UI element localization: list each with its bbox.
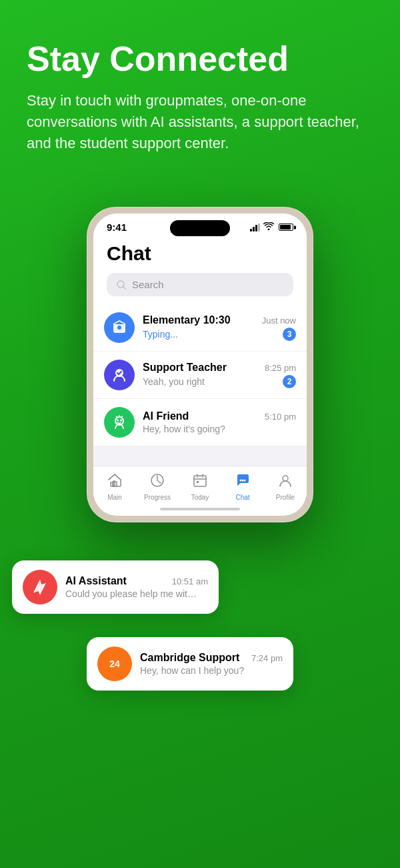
phone-screen: 9:41 [93,213,307,516]
floating-card-ai-assistant-preview: Could you please help me with essay s... [65,588,199,599]
svg-rect-8 [197,481,199,483]
chat-item-support-teacher[interactable]: Support Teacher 8:25 pm Yeah, you right … [93,352,307,399]
floating-card-cambridge-name: Cambridge Support [140,652,239,664]
avatar-elementary [104,312,135,343]
status-icons [250,222,293,232]
nav-item-progress[interactable]: Progress [137,473,177,501]
dynamic-island [170,220,230,236]
avatar-ai-assistant [23,570,57,604]
nav-label-profile: Profile [276,494,295,501]
floating-card-cambridge-support[interactable]: 24 Cambridge Support 7:24 pm Hey, how ca… [87,637,293,691]
status-time: 9:41 [107,222,127,233]
chat-preview-elementary: Typing... [143,329,178,340]
floating-card-ai-assistant[interactable]: AI Assistant 10:51 am Could you please h… [12,560,219,614]
chat-name-elementary: Elementary 10:30 [143,314,231,326]
chat-title: Chat [107,242,293,265]
home-indicator [93,504,307,516]
nav-label-main: Main [107,494,122,501]
chat-time-elementary: Just now [262,316,296,326]
search-input[interactable]: Search [107,273,293,296]
home-icon [107,473,122,492]
bottom-nav: Main Progress [93,466,307,504]
progress-icon [150,473,165,492]
floating-card-ai-assistant-time: 10:51 am [172,576,208,586]
avatar-support-teacher [104,360,135,390]
svg-point-11 [244,480,246,482]
chat-name-support-teacher: Support Teacher [143,362,227,374]
svg-point-9 [240,480,242,482]
header-section: Stay Connected Stay in touch with groupm… [0,0,400,174]
nav-label-today: Today [191,494,209,501]
chat-list: Elementary 10:30 Just now Typing... 3 [93,304,307,446]
search-bar-container: Search [93,273,307,304]
home-indicator-bar [160,508,240,510]
today-icon [193,473,207,492]
nav-item-profile[interactable]: Profile [265,473,305,501]
main-title: Stay Connected [27,40,373,78]
chat-name-ai-friend: AI Friend [143,410,189,422]
chat-item-elementary[interactable]: Elementary 10:30 Just now Typing... 3 [93,304,307,352]
chat-time-ai-friend: 5:10 pm [265,412,296,422]
chat-item-ai-friend[interactable]: AI Friend 5:10 pm Hey, how it's going? [93,399,307,446]
nav-label-progress: Progress [144,494,171,501]
floating-card-cambridge-time: 7:24 pm [251,653,283,663]
badge-support-teacher: 2 [283,375,296,388]
spacer [93,446,307,466]
profile-icon [278,473,293,492]
svg-point-10 [242,480,244,482]
badge-elementary: 3 [283,328,296,341]
floating-card-cambridge-preview: Hey, how can I help you? [140,665,244,676]
svg-point-1 [117,326,121,330]
chat-header: Chat [93,237,307,273]
avatar-cambridge-support: 24 [97,646,132,681]
battery-icon [279,224,293,231]
avatar-ai-friend [104,407,135,438]
chat-icon [235,473,250,492]
wifi-icon [263,222,274,232]
floating-card-ai-assistant-name: AI Assistant [65,575,127,587]
floating-card-cambridge-content: Cambridge Support 7:24 pm Hey, how can I… [140,652,283,676]
nav-item-chat[interactable]: Chat [223,473,263,501]
svg-point-12 [283,476,288,481]
phone-wrapper: 9:41 [87,207,313,522]
floating-card-ai-assistant-content: AI Assistant 10:51 am Could you please h… [65,575,208,599]
sub-title: Stay in touch with groupmates, one-on-on… [27,90,373,154]
nav-item-today[interactable]: Today [180,473,220,501]
chat-time-support-teacher: 8:25 pm [265,363,296,373]
search-icon [116,280,127,290]
chat-preview-ai-friend: Hey, how it's going? [143,424,225,434]
phone-frame: 9:41 [87,207,313,522]
chat-preview-support-teacher: Yeah, you right [143,376,205,387]
nav-label-chat: Chat [235,494,249,501]
svg-point-4 [120,420,122,422]
status-bar: 9:41 [93,213,307,237]
nav-item-main[interactable]: Main [95,473,135,501]
svg-rect-7 [194,476,206,486]
chat-content-support-teacher: Support Teacher 8:25 pm Yeah, you right … [143,362,296,388]
chat-content-elementary: Elementary 10:30 Just now Typing... 3 [143,314,296,341]
signal-bars-icon [250,224,260,232]
chat-content-ai-friend: AI Friend 5:10 pm Hey, how it's going? [143,410,296,434]
search-placeholder: Search [132,279,164,290]
svg-point-3 [117,420,119,422]
